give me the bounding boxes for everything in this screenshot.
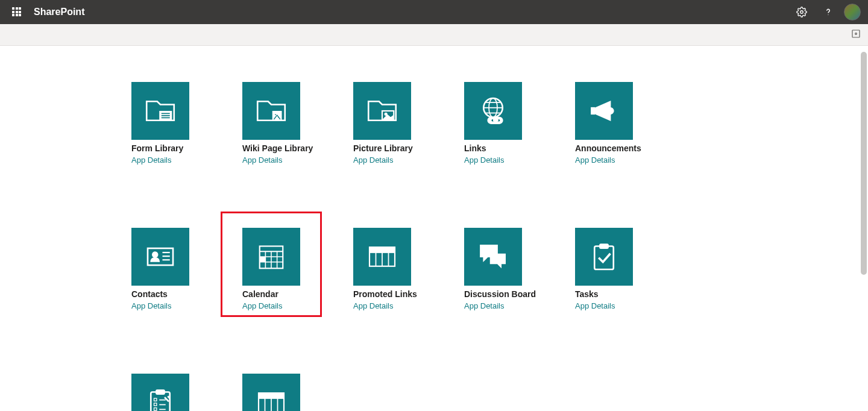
- svg-point-1: [828, 14, 828, 15]
- table-icon[interactable]: [353, 228, 411, 286]
- contact-card-icon[interactable]: [131, 228, 189, 286]
- help-button[interactable]: [817, 1, 839, 23]
- app-grid: Form LibraryApp DetailsWiki Page Library…: [0, 46, 663, 411]
- globe-link-icon[interactable]: [464, 82, 522, 140]
- expand-icon: [851, 29, 861, 39]
- app-tile-calendar: CalendarApp Details: [242, 228, 300, 310]
- app-details-link[interactable]: App Details: [575, 301, 633, 310]
- svg-point-9: [274, 113, 277, 116]
- app-tile-wiki-page-library: Wiki Page LibraryApp Details: [242, 82, 300, 165]
- folder-form-icon[interactable]: [131, 82, 189, 140]
- ribbon-bar: [0, 24, 868, 46]
- clipboard-check-icon[interactable]: [575, 228, 633, 286]
- app-title[interactable]: Promoted Links: [353, 289, 411, 299]
- scrollbar[interactable]: [861, 46, 867, 410]
- svg-point-25: [153, 252, 158, 257]
- svg-point-0: [800, 11, 804, 14]
- app-details-link[interactable]: App Details: [131, 301, 189, 310]
- app-tile-issue-tracking: Issue TrackingApp Details: [131, 374, 189, 411]
- app-tile-custom-list: Custom ListApp Details: [242, 374, 300, 411]
- svg-rect-48: [154, 408, 157, 410]
- top-bar: SharePoint: [0, 0, 868, 24]
- user-avatar[interactable]: [844, 4, 861, 20]
- clipboard-list-icon[interactable]: [131, 374, 189, 411]
- app-details-link[interactable]: App Details: [464, 301, 522, 310]
- settings-button[interactable]: [791, 1, 813, 23]
- app-title[interactable]: Wiki Page Library: [242, 143, 300, 153]
- app-title[interactable]: Links: [464, 143, 522, 153]
- app-details-link[interactable]: App Details: [131, 155, 189, 165]
- svg-rect-2: [852, 30, 860, 37]
- app-tile-contacts: ContactsApp Details: [131, 228, 189, 310]
- app-title[interactable]: Tasks: [575, 289, 633, 299]
- svg-rect-22: [591, 108, 594, 115]
- svg-point-23: [607, 108, 614, 115]
- svg-point-3: [855, 33, 857, 34]
- app-details-link[interactable]: App Details: [242, 301, 300, 310]
- table-icon[interactable]: [242, 374, 300, 411]
- app-launcher-button[interactable]: [5, 0, 29, 24]
- svg-rect-42: [594, 246, 614, 270]
- svg-rect-21: [494, 120, 498, 121]
- app-tile-links: LinksApp Details: [464, 82, 522, 165]
- app-tile-promoted-links: Promoted LinksApp Details: [353, 228, 411, 310]
- scrollbar-thumb[interactable]: [861, 52, 867, 275]
- svg-rect-45: [156, 390, 165, 394]
- megaphone-icon[interactable]: [575, 82, 633, 140]
- app-tile-tasks: TasksApp Details: [575, 228, 633, 310]
- top-bar-right: [791, 1, 863, 23]
- app-details-link[interactable]: App Details: [353, 155, 411, 165]
- app-details-link[interactable]: App Details: [464, 155, 522, 165]
- svg-point-12: [385, 113, 387, 116]
- app-title[interactable]: Contacts: [131, 289, 189, 299]
- svg-rect-36: [260, 257, 265, 262]
- brand-title[interactable]: SharePoint: [34, 7, 84, 17]
- chat-icon[interactable]: [464, 228, 522, 286]
- folder-wiki-icon[interactable]: [242, 82, 300, 140]
- help-icon: [823, 7, 834, 17]
- app-tile-form-library: Form LibraryApp Details: [131, 82, 189, 165]
- app-title[interactable]: Form Library: [131, 143, 189, 153]
- folder-picture-icon[interactable]: [353, 82, 411, 140]
- gear-icon: [796, 7, 807, 17]
- app-title[interactable]: Announcements: [575, 143, 633, 153]
- app-tile-announcements: AnnouncementsApp Details: [575, 82, 633, 165]
- calendar-icon[interactable]: [242, 228, 300, 286]
- svg-rect-46: [154, 398, 157, 401]
- app-title[interactable]: Discussion Board: [464, 289, 522, 299]
- app-details-link[interactable]: App Details: [242, 155, 300, 165]
- app-title[interactable]: Calendar: [242, 289, 300, 299]
- svg-rect-47: [154, 403, 157, 406]
- svg-rect-43: [600, 244, 608, 248]
- app-tile-picture-library: Picture LibraryApp Details: [353, 82, 411, 165]
- focus-content-button[interactable]: [851, 29, 861, 41]
- app-title[interactable]: Picture Library: [353, 143, 411, 153]
- app-details-link[interactable]: App Details: [575, 155, 633, 165]
- app-details-link[interactable]: App Details: [353, 301, 411, 310]
- waffle-icon: [12, 7, 22, 17]
- app-tile-discussion-board: Discussion BoardApp Details: [464, 228, 522, 310]
